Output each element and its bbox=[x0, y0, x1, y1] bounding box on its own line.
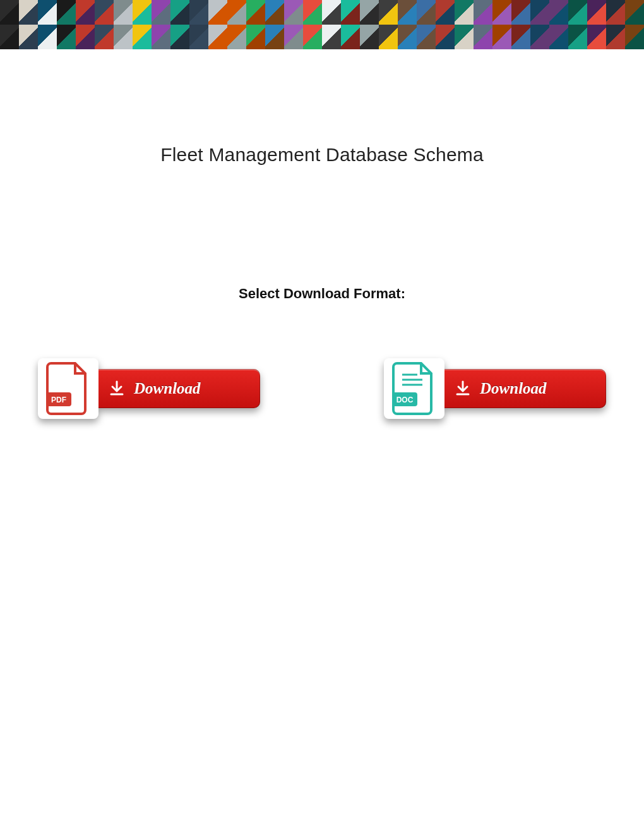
banner-tile bbox=[227, 25, 246, 49]
banner-tile bbox=[436, 0, 455, 25]
banner-tile bbox=[625, 25, 644, 49]
banner-tile bbox=[587, 0, 606, 25]
banner-tile bbox=[436, 25, 455, 49]
banner-tile bbox=[19, 25, 38, 49]
banner-tile bbox=[57, 25, 76, 49]
banner-tile bbox=[152, 0, 170, 25]
banner-tile bbox=[606, 0, 625, 25]
banner-tile bbox=[246, 25, 265, 49]
banner-tile bbox=[170, 0, 189, 25]
banner-tile bbox=[625, 0, 644, 25]
download-doc-label: Download bbox=[480, 380, 547, 397]
banner-tile bbox=[417, 0, 436, 25]
banner-tile bbox=[492, 0, 511, 25]
svg-text:DOC: DOC bbox=[397, 396, 414, 404]
download-pdf-button[interactable]: Download bbox=[90, 369, 260, 408]
banner-tile bbox=[227, 0, 246, 25]
banner-tile bbox=[114, 0, 133, 25]
banner-tile bbox=[284, 25, 303, 49]
banner-tile bbox=[398, 0, 417, 25]
banner-tile bbox=[19, 0, 38, 25]
banner-tile bbox=[38, 0, 57, 25]
format-section: Select Download Format: bbox=[0, 286, 644, 305]
banner-tile bbox=[265, 25, 284, 49]
page-title: Fleet Management Database Schema bbox=[0, 144, 644, 166]
banner-tile bbox=[246, 0, 265, 25]
doc-file-icon: DOC bbox=[384, 358, 444, 419]
banner-tile bbox=[455, 25, 474, 49]
banner-tile bbox=[455, 0, 474, 25]
banner-tile bbox=[322, 25, 341, 49]
banner-tile bbox=[341, 25, 360, 49]
banner-tile bbox=[587, 25, 606, 49]
banner-tile bbox=[379, 25, 398, 49]
pdf-file-icon: PDF bbox=[38, 358, 98, 419]
download-doc-block: DOC Download bbox=[384, 358, 606, 419]
banner-tile bbox=[208, 25, 227, 49]
banner-tile bbox=[284, 0, 303, 25]
download-buttons-row: PDF Download DOC bbox=[0, 358, 644, 419]
select-format-label: Select Download Format: bbox=[0, 286, 644, 302]
banner-tile bbox=[398, 25, 417, 49]
banner-tile bbox=[170, 25, 189, 49]
download-arrow-icon bbox=[455, 380, 471, 397]
banner-tile bbox=[474, 25, 492, 49]
banner-tile bbox=[417, 25, 436, 49]
download-pdf-block: PDF Download bbox=[38, 358, 260, 419]
banner-tile bbox=[114, 25, 133, 49]
banner-tile bbox=[76, 0, 95, 25]
banner-tile bbox=[549, 0, 568, 25]
banner-tile bbox=[549, 25, 568, 49]
banner-tile bbox=[322, 0, 341, 25]
banner-tile bbox=[95, 0, 114, 25]
download-pdf-label: Download bbox=[134, 380, 201, 397]
banner-tile bbox=[133, 25, 152, 49]
banner-tile bbox=[189, 25, 208, 49]
banner-tile bbox=[57, 0, 76, 25]
banner-tile bbox=[474, 0, 492, 25]
banner-tile bbox=[303, 25, 322, 49]
banner-tile bbox=[360, 0, 379, 25]
banner-tile bbox=[95, 25, 114, 49]
banner-tile bbox=[208, 0, 227, 25]
banner-tile bbox=[530, 25, 549, 49]
banner-tile bbox=[341, 0, 360, 25]
banner-tile bbox=[379, 0, 398, 25]
banner-tile bbox=[492, 25, 511, 49]
banner-tile bbox=[189, 0, 208, 25]
banner-tile bbox=[0, 25, 19, 49]
banner-tile bbox=[133, 0, 152, 25]
download-doc-button[interactable]: Download bbox=[436, 369, 606, 408]
banner-tile bbox=[76, 25, 95, 49]
banner-tile bbox=[511, 25, 530, 49]
banner-tile bbox=[606, 25, 625, 49]
banner-tile bbox=[152, 25, 170, 49]
banner-tile bbox=[568, 0, 587, 25]
banner-tile bbox=[530, 0, 549, 25]
banner-tile bbox=[360, 25, 379, 49]
banner-tile bbox=[303, 0, 322, 25]
banner-tile bbox=[38, 25, 57, 49]
banner-tile bbox=[568, 25, 587, 49]
banner-tile bbox=[511, 0, 530, 25]
banner-tile bbox=[265, 0, 284, 25]
banner-tile bbox=[0, 0, 19, 25]
banner-collage bbox=[0, 0, 644, 49]
download-arrow-icon bbox=[109, 380, 125, 397]
svg-text:PDF: PDF bbox=[51, 396, 66, 404]
